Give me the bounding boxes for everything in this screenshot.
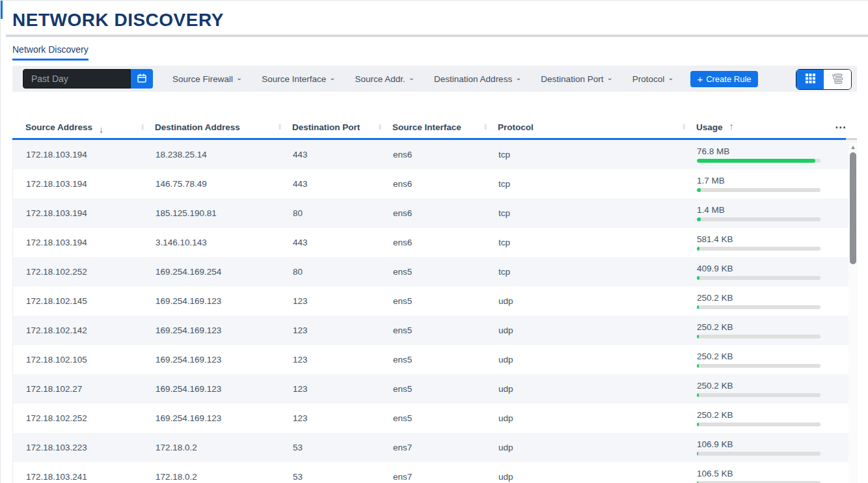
create-rule-button[interactable]: + Create Rule xyxy=(690,71,757,87)
cell-destination-port: 80 xyxy=(280,267,380,277)
view-toggle-group xyxy=(796,69,852,90)
sort-asc-icon: ↑ xyxy=(729,121,734,131)
filter-toolbar: Source Firewall ⌄ Source Interface ⌄ Sou… xyxy=(12,66,857,92)
cell-usage: 1.7 MB xyxy=(684,176,832,192)
filter-source-addr[interactable]: Source Addr. ⌄ xyxy=(355,74,415,84)
cell-destination-port: 443 xyxy=(280,179,380,189)
cell-source-interface: ens5 xyxy=(380,325,485,335)
table-row[interactable]: 172.18.103.241 172.18.0.2 53 ens7 udp 10… xyxy=(13,462,857,483)
chevron-down-icon: ⌄ xyxy=(329,74,335,82)
filter-destination-port[interactable]: Destination Port ⌄ xyxy=(541,74,612,84)
table-body: 172.18.103.194 18.238.25.14 443 ens6 tcp… xyxy=(12,140,857,483)
flow-diagram-icon xyxy=(831,73,844,87)
cell-usage: 250.2 KB xyxy=(684,293,832,309)
column-header-source-interface[interactable]: ‖ Source Interface xyxy=(379,122,485,132)
column-divider[interactable]: ‖ xyxy=(484,124,487,131)
date-range-input[interactable] xyxy=(23,69,131,89)
table-row[interactable]: 172.18.102.27 169.254.169.123 123 ens5 u… xyxy=(13,374,857,404)
cell-destination-address: 169.254.169.123 xyxy=(142,413,280,423)
table-row[interactable]: 172.18.103.194 146.75.78.49 443 ens6 tcp… xyxy=(13,169,857,199)
filter-destination-address[interactable]: Destination Address ⌄ xyxy=(434,74,521,84)
table-row[interactable]: 172.18.102.105 169.254.169.123 123 ens5 … xyxy=(13,345,857,374)
calendar-icon xyxy=(136,72,148,86)
table-row[interactable]: 172.18.103.223 172.18.0.2 53 ens7 udp 10… xyxy=(13,433,857,462)
usage-bar xyxy=(697,422,821,426)
chevron-down-icon: ⌄ xyxy=(409,74,414,82)
column-divider[interactable]: ‖ xyxy=(683,124,685,131)
usage-bar-fill xyxy=(697,247,699,251)
cell-destination-address: 172.18.0.2 xyxy=(142,443,280,452)
ellipsis-icon: ⋯ xyxy=(835,120,847,134)
table-row[interactable]: 172.18.103.194 18.238.25.14 443 ens6 tcp… xyxy=(13,140,857,169)
cell-usage: 250.2 KB xyxy=(684,352,832,368)
chevron-down-icon: ⌄ xyxy=(515,74,521,82)
cell-source-interface: ens6 xyxy=(380,238,485,247)
column-header-source-address[interactable]: Source Address ↓ xyxy=(12,122,142,133)
usage-bar xyxy=(697,247,821,251)
cell-protocol: tcp xyxy=(485,267,684,277)
usage-bar-fill xyxy=(697,188,701,192)
cell-destination-port: 80 xyxy=(280,208,380,218)
table-row[interactable]: 172.18.103.194 3.146.10.143 443 ens6 tcp… xyxy=(13,228,857,257)
scroll-up-arrow-icon[interactable]: ▲ xyxy=(848,143,858,152)
column-divider[interactable]: ‖ xyxy=(379,124,381,131)
cell-source-address: 172.18.103.194 xyxy=(13,208,142,218)
cell-source-interface: ens7 xyxy=(380,443,485,452)
cell-destination-port: 443 xyxy=(280,150,380,159)
usage-bar xyxy=(697,452,821,456)
cell-destination-address: 169.254.169.123 xyxy=(142,355,280,365)
column-header-destination-address[interactable]: ‖ Destination Address xyxy=(142,122,279,132)
filter-source-interface[interactable]: Source Interface ⌄ xyxy=(262,74,335,84)
cell-destination-port: 123 xyxy=(280,413,380,423)
cell-source-address: 172.18.103.194 xyxy=(13,150,142,159)
cell-destination-port: 123 xyxy=(280,384,380,394)
table-header-row: Source Address ↓ ‖ Destination Address ‖… xyxy=(12,117,857,140)
cell-source-interface: ens6 xyxy=(380,208,485,218)
filter-source-firewall[interactable]: Source Firewall ⌄ xyxy=(172,74,242,84)
cell-source-interface: ens6 xyxy=(380,179,485,189)
cell-destination-address: 169.254.169.123 xyxy=(142,384,280,394)
table-row[interactable]: 172.18.102.142 169.254.169.123 123 ens5 … xyxy=(13,316,857,345)
tab-network-discovery[interactable]: Network Discovery xyxy=(12,44,88,61)
cell-destination-port: 123 xyxy=(280,355,380,365)
cell-source-interface: ens5 xyxy=(380,267,485,277)
usage-bar xyxy=(697,188,821,192)
cell-protocol: tcp xyxy=(485,150,684,159)
usage-bar xyxy=(697,276,821,280)
cell-usage: 76.8 MB xyxy=(684,146,832,163)
cell-source-interface: ens7 xyxy=(380,472,485,482)
cell-source-address: 172.18.102.105 xyxy=(13,355,142,365)
network-discovery-page: NETWORK DISCOVERY Network Discovery Sour… xyxy=(0,0,868,483)
scrollbar-thumb[interactable] xyxy=(850,152,856,264)
vertical-scrollbar[interactable]: ▲ xyxy=(848,143,858,483)
cell-protocol: tcp xyxy=(485,208,684,218)
table-row[interactable]: 172.18.102.145 169.254.169.123 123 ens5 … xyxy=(13,286,857,316)
cell-source-interface: ens5 xyxy=(380,296,485,306)
cell-usage: 250.2 KB xyxy=(684,381,832,397)
table-view-button[interactable] xyxy=(796,70,824,89)
date-range-group xyxy=(23,69,153,89)
usage-bar-fill xyxy=(697,393,699,397)
column-header-protocol[interactable]: ‖ Protocol xyxy=(485,122,683,132)
edge-accent-bar xyxy=(1,1,3,19)
cell-source-address: 172.18.102.252 xyxy=(13,267,142,277)
cell-protocol: udp xyxy=(485,296,684,306)
sort-desc-icon: ↓ xyxy=(99,124,103,135)
cell-usage: 581.4 KB xyxy=(684,234,832,251)
cell-destination-port: 123 xyxy=(280,296,380,306)
filter-protocol[interactable]: Protocol ⌄ xyxy=(632,74,674,84)
calendar-button[interactable] xyxy=(131,69,153,89)
column-header-destination-port[interactable]: ‖ Destination Port xyxy=(279,122,379,132)
table-row[interactable]: 172.18.102.252 169.254.169.254 80 ens5 t… xyxy=(13,257,857,286)
usage-bar-fill xyxy=(697,305,699,309)
table-row[interactable]: 172.18.102.252 169.254.169.123 123 ens5 … xyxy=(13,404,857,433)
column-divider[interactable]: ‖ xyxy=(141,124,144,131)
column-options-button[interactable]: ⋯ xyxy=(831,120,857,134)
column-divider[interactable]: ‖ xyxy=(278,124,281,131)
cell-protocol: udp xyxy=(485,472,684,482)
flow-view-button[interactable] xyxy=(824,70,851,89)
column-header-usage[interactable]: ‖ Usage ↑ xyxy=(683,122,831,133)
cell-source-address: 172.18.103.194 xyxy=(13,238,142,247)
cell-source-address: 172.18.103.241 xyxy=(13,472,142,482)
table-row[interactable]: 172.18.103.194 185.125.190.81 80 ens6 tc… xyxy=(13,199,857,228)
